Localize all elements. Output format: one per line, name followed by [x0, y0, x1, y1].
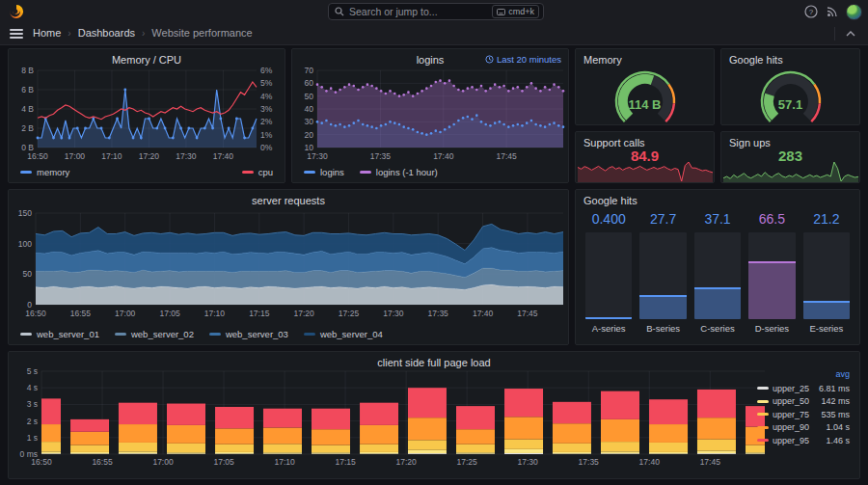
keyboard-icon	[497, 9, 505, 15]
svg-text:50: 50	[305, 92, 314, 101]
svg-text:4%: 4%	[260, 92, 273, 101]
breadcrumb-separator: ›	[142, 28, 145, 39]
svg-text:0%: 0%	[260, 143, 273, 152]
legend-item-memory[interactable]: memory	[20, 167, 69, 177]
chart-legend: web_server_01 web_server_02 web_server_0…	[20, 329, 383, 339]
svg-text:17:15: 17:15	[335, 457, 356, 467]
page-load-chart[interactable]: 0 ms1 s2 s3 s4 s5 s16:5016:5517:0017:051…	[9, 352, 859, 478]
panel-memory-gauge: Memory 114 B	[575, 48, 715, 125]
legend-item-logins[interactable]: logins	[304, 167, 344, 177]
bar-label: C-series	[694, 319, 741, 337]
chart-legend: logins logins (-1 hour)	[304, 167, 438, 177]
panel-title[interactable]: Google hits	[583, 195, 637, 206]
svg-text:17:20: 17:20	[139, 151, 160, 161]
memory-cpu-chart[interactable]: 0 B2 B4 B6 B8 B0%1%2%3%4%5%6%16:5017:001…	[9, 49, 285, 182]
breadcrumb-separator: ›	[68, 28, 70, 39]
chevron-up-icon[interactable]	[845, 29, 856, 39]
legend-item-cpu[interactable]: cpu	[242, 167, 273, 177]
bar-value: 0.400	[585, 211, 632, 230]
panel-google-hits-gauge: Google hits 57.1	[720, 48, 860, 125]
svg-text:150: 150	[18, 208, 32, 218]
gauge-value: 57.1	[721, 97, 859, 112]
google-hits-gauge[interactable]	[721, 49, 859, 124]
bar-track	[803, 232, 850, 319]
svg-text:17:45: 17:45	[700, 457, 721, 467]
bar-gauge-column[interactable]: 66.5 D-series	[748, 211, 795, 337]
grafana-logo[interactable]	[9, 4, 24, 19]
svg-text:4 B: 4 B	[21, 104, 34, 114]
shortcut-label: cmd+k	[508, 7, 534, 16]
bar-track	[694, 232, 741, 319]
logins-chart[interactable]: 1020304050607017:3017:3517:4017:45	[292, 49, 568, 182]
top-nav: Search or jump to... cmd+k ?	[0, 0, 868, 23]
svg-text:2 B: 2 B	[21, 123, 34, 133]
legend-item-upper-75[interactable]: upper_75535 ms	[757, 408, 850, 421]
legend-item-upper-95[interactable]: upper_951.46 s	[757, 434, 850, 447]
breadcrumb-home[interactable]: Home	[33, 27, 61, 39]
panel-google-hits-bars: Google hits 0.400 A-series 27.7 B-series…	[575, 189, 860, 345]
svg-text:17:40: 17:40	[473, 309, 494, 318]
svg-text:17:15: 17:15	[249, 309, 270, 318]
memory-gauge[interactable]	[576, 49, 714, 124]
legend-item-upper-50[interactable]: upper_50142 ms	[757, 395, 850, 409]
legend-item-web-server-02[interactable]: web_server_02	[115, 329, 194, 339]
bar-value: 37.1	[694, 211, 741, 230]
search-placeholder: Search or jump to...	[349, 6, 492, 17]
svg-text:17:00: 17:00	[152, 457, 174, 467]
chart-legend-table: avg upper_256.81 ms upper_50142 ms upper…	[757, 369, 850, 447]
svg-text:17:10: 17:10	[274, 457, 295, 467]
help-icon[interactable]: ?	[804, 5, 818, 18]
svg-text:2%: 2%	[260, 117, 273, 126]
divider	[834, 27, 835, 40]
svg-text:17:35: 17:35	[428, 309, 449, 318]
grafana-dashboard: Search or jump to... cmd+k ? Home › Dash…	[0, 0, 868, 485]
svg-text:17:25: 17:25	[457, 457, 478, 467]
breadcrumb-bar: Home › Dashboards › Website performance	[0, 23, 868, 45]
search-input[interactable]: Search or jump to... cmd+k	[328, 3, 544, 20]
svg-text:16:50: 16:50	[27, 151, 48, 161]
svg-text:16:50: 16:50	[31, 457, 52, 467]
bar-gauge-column[interactable]: 0.400 A-series	[585, 211, 632, 337]
menu-icon[interactable]	[10, 29, 23, 39]
legend-item-web-server-03[interactable]: web_server_03	[209, 329, 288, 339]
panel-page-load: client side full page load 0 ms1 s2 s3 s…	[8, 351, 860, 479]
panel-support-calls: Support calls 84.9	[575, 131, 715, 183]
breadcrumb-dashboards[interactable]: Dashboards	[78, 27, 135, 39]
svg-text:17:35: 17:35	[579, 457, 600, 467]
legend-avg-header[interactable]: avg	[757, 369, 850, 382]
bar-gauge-column[interactable]: 21.2 E-series	[803, 211, 850, 337]
svg-text:17:40: 17:40	[639, 457, 661, 467]
svg-text:17:10: 17:10	[101, 151, 122, 161]
svg-text:40: 40	[305, 104, 314, 114]
breadcrumb: Home › Dashboards › Website performance	[33, 27, 253, 39]
legend-item-web-server-04[interactable]: web_server_04	[304, 329, 383, 339]
panel-sign-ups: Sign ups 283	[720, 131, 860, 183]
breadcrumb-current: Website performance	[151, 27, 252, 39]
panel-memory-cpu: Memory / CPU 0 B2 B4 B6 B8 B0%1%2%3%4%5%…	[8, 48, 285, 183]
bar-fill	[639, 295, 686, 319]
bar-gauge: 0.400 A-series 27.7 B-series 37.1 C-seri…	[585, 211, 850, 337]
svg-text:17:35: 17:35	[370, 151, 392, 161]
bar-label: B-series	[639, 319, 686, 337]
bar-track	[585, 232, 632, 319]
svg-text:20: 20	[305, 130, 314, 140]
legend-item-upper-90[interactable]: upper_901.04 s	[757, 421, 850, 435]
bar-gauge-column[interactable]: 27.7 B-series	[639, 211, 686, 337]
server-requests-chart[interactable]: 05010015016:5016:5517:0017:0517:1017:151…	[9, 190, 568, 344]
bar-gauge-column[interactable]: 37.1 C-series	[694, 211, 741, 337]
legend-item-upper-25[interactable]: upper_256.81 ms	[757, 382, 850, 395]
svg-text:5%: 5%	[260, 78, 273, 88]
user-avatar[interactable]	[846, 4, 862, 20]
news-icon[interactable]	[826, 5, 839, 18]
svg-text:17:40: 17:40	[213, 151, 234, 161]
svg-text:70: 70	[305, 66, 314, 75]
bar-fill	[748, 261, 795, 319]
svg-text:17:30: 17:30	[176, 151, 197, 161]
svg-text:8 B: 8 B	[21, 66, 34, 75]
legend-item-web-server-01[interactable]: web_server_01	[20, 329, 99, 339]
panel-logins: logins Last 20 minutes 1020304050607017:…	[291, 48, 569, 183]
svg-text:6 B: 6 B	[21, 85, 34, 94]
bar-track	[639, 232, 686, 319]
svg-text:100: 100	[18, 239, 32, 249]
legend-item-logins-1h[interactable]: logins (-1 hour)	[360, 167, 438, 177]
